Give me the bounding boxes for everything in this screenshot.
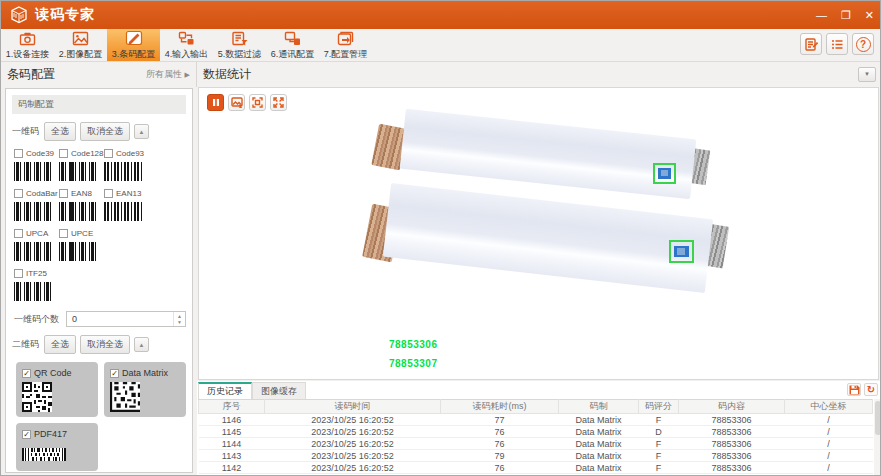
table-row[interactable]: 11442023/10/25 16:20:5276Data MatrixF788… <box>199 438 873 450</box>
code128-checkbox[interactable] <box>59 149 68 158</box>
symbology-code93: Code93 <box>104 147 149 181</box>
history-section: 历史记录 图像缓存 ↻ 序号 读码时间 读码耗时(ms) 码制 码评分 码内容 <box>197 381 881 476</box>
spin-down-icon: ▼ <box>177 319 182 325</box>
tab-device-connect[interactable]: 1.设备连接 <box>1 29 54 61</box>
help-icon: ? <box>856 37 871 52</box>
col-grade: 码评分 <box>639 400 679 414</box>
save-records-button[interactable] <box>847 383 861 396</box>
stats-panel-title: 数据统计 <box>203 66 251 83</box>
scrollbar-thumb[interactable] <box>875 401 881 435</box>
all-properties-link[interactable]: 所有属性 ▶ <box>146 68 190 81</box>
history-toolbar: ↻ <box>847 383 878 396</box>
image-save-button[interactable] <box>228 94 245 111</box>
tab-barcode-config[interactable]: 3.条码配置 <box>107 29 160 61</box>
datamatrix-label-top <box>658 168 671 179</box>
help-button[interactable]: ? <box>852 33 874 55</box>
pause-button[interactable] <box>207 94 224 111</box>
codabar-barcode-image <box>14 202 52 221</box>
collapse-1d-button[interactable]: ▲ <box>134 124 149 139</box>
symbology-codabar: CodaBar <box>14 187 59 221</box>
symbology-2d-cards: ✓QR Code ✓Data Matrix ✓PDF417 <box>16 362 186 471</box>
pdf417-card: ✓PDF417 <box>16 423 98 471</box>
fullscreen-icon <box>273 97 284 108</box>
symbology-upca: UPCA <box>14 227 59 261</box>
ean8-checkbox[interactable] <box>59 189 68 198</box>
left-panel-title: 条码配置 <box>7 66 55 83</box>
tab-data-filter[interactable]: 5.数据过滤 <box>213 29 266 61</box>
refresh-icon: ↻ <box>867 385 875 395</box>
log-button[interactable] <box>800 33 822 55</box>
close-button[interactable]: ✕ <box>865 10 874 21</box>
pdf417-image <box>22 448 66 461</box>
count-1d-input[interactable]: 0 ▲ ▼ <box>66 311 186 327</box>
upce-barcode-image <box>59 242 97 261</box>
pause-icon <box>212 98 220 107</box>
pdf417-label: PDF417 <box>34 429 67 439</box>
code39-label: Code39 <box>26 149 54 158</box>
qr-code-checkbox[interactable]: ✓ <box>22 369 31 378</box>
code128-barcode-image <box>59 162 97 181</box>
stats-panel-header: 数据统计 ▼ <box>197 62 881 87</box>
list-button[interactable] <box>826 33 848 55</box>
col-read-time: 读码时间 <box>265 400 441 414</box>
tab-image-config[interactable]: 2.图像配置 <box>54 29 107 61</box>
history-tabs: 历史记录 图像缓存 <box>198 382 306 399</box>
count-1d-spinner[interactable]: ▲ ▼ <box>173 312 185 326</box>
decode-result-2: 78853307 <box>389 358 438 369</box>
io-icon <box>178 30 195 47</box>
collapse-2d-button[interactable]: ▲ <box>134 337 149 352</box>
datamatrix-label-bottom <box>674 246 689 258</box>
network-icon <box>284 30 301 47</box>
table-row[interactable]: 11422023/10/25 16:20:5276Data MatrixF788… <box>199 462 873 474</box>
col-index: 序号 <box>199 400 265 414</box>
minimize-button[interactable]: — <box>816 10 827 21</box>
codabar-checkbox[interactable] <box>14 189 23 198</box>
code39-checkbox[interactable] <box>14 149 23 158</box>
qr-code-image <box>22 382 52 412</box>
table-scrollbar[interactable] <box>874 399 881 476</box>
app-logo-icon <box>9 5 29 25</box>
qr-code-label: QR Code <box>34 368 72 378</box>
table-row[interactable]: 11462023/10/25 16:20:5277Data MatrixF788… <box>199 414 873 426</box>
battery-cell-bottom <box>383 183 713 293</box>
symbology-itf25: ITF25 <box>14 267 188 301</box>
deselect-all-2d-button[interactable]: 取消全选 <box>80 335 130 354</box>
code39-barcode-image <box>14 162 52 181</box>
log-icon <box>804 37 819 52</box>
ean8-barcode-image <box>59 202 97 221</box>
fullscreen-button[interactable] <box>270 94 287 111</box>
fit-view-button[interactable] <box>249 94 266 111</box>
code93-checkbox[interactable] <box>104 149 113 158</box>
decode-results: 78853306 78853307 <box>389 339 438 369</box>
tab-image-cache[interactable]: 图像缓存 <box>252 382 306 399</box>
tab-comm-config[interactable]: 6.通讯配置 <box>266 29 319 61</box>
chevron-down-icon: ▼ <box>864 71 870 77</box>
data-matrix-image <box>110 382 140 412</box>
itf25-checkbox[interactable] <box>14 269 23 278</box>
count-1d-row: 一维码个数 0 ▲ ▼ <box>14 311 186 327</box>
tab-history-records[interactable]: 历史记录 <box>198 382 252 399</box>
table-row[interactable]: 11432023/10/25 16:20:5279Data MatrixF788… <box>199 450 873 462</box>
table-row[interactable]: 11452023/10/25 16:20:5276Data MatrixD788… <box>199 426 873 438</box>
data-matrix-checkbox[interactable]: ✓ <box>110 369 119 378</box>
refresh-records-button[interactable]: ↻ <box>864 383 878 396</box>
deselect-all-1d-button[interactable]: 取消全选 <box>80 122 130 141</box>
data-matrix-label: Data Matrix <box>122 368 168 378</box>
select-all-2d-button[interactable]: 全选 <box>44 335 76 354</box>
maximize-button[interactable]: ❐ <box>841 10 851 21</box>
count-1d-value: 0 <box>67 314 173 324</box>
tab-label: 1.设备连接 <box>6 48 50 61</box>
tab-config-manage[interactable]: 7.配置管理 <box>319 29 372 61</box>
upce-checkbox[interactable] <box>59 229 68 238</box>
ean13-checkbox[interactable] <box>104 189 113 198</box>
pdf417-checkbox[interactable]: ✓ <box>22 430 31 439</box>
select-all-1d-button[interactable]: 全选 <box>44 122 76 141</box>
battery-cell-top <box>400 109 697 199</box>
stats-dropdown-button[interactable]: ▼ <box>858 67 876 82</box>
code93-label: Code93 <box>116 149 144 158</box>
list-icon <box>830 37 845 52</box>
barcode-config-icon <box>125 30 143 47</box>
upca-checkbox[interactable] <box>14 229 23 238</box>
tab-input-output[interactable]: 4.输入输出 <box>160 29 213 61</box>
image-view-panel: 78853306 78853307 <box>198 87 879 380</box>
